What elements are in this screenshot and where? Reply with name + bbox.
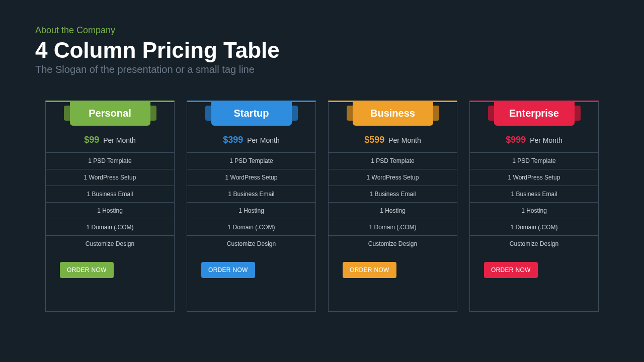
feature-item: 1 WordPress Setup — [46, 169, 174, 186]
plan-ribbon: Startup — [211, 101, 292, 126]
feature-item: 1 WordPress Setup — [329, 169, 457, 186]
feature-item: Customize Design — [329, 236, 457, 252]
price-row: $599 Per Month — [329, 126, 457, 153]
pricing-card-startup: Startup$399 Per Month1 PSD Template1 Wor… — [187, 101, 316, 312]
plan-ribbon: Personal — [70, 101, 150, 126]
feature-item: 1 Domain (.COM) — [46, 219, 174, 236]
page-title: 4 Column Pricing Table — [35, 38, 609, 63]
order-now-button[interactable]: ORDER NOW — [60, 262, 114, 278]
feature-item: 1 Hosting — [329, 203, 457, 219]
plan-price: $399 — [223, 135, 243, 145]
pricing-card-enterprise: Enterprise$999 Per Month1 PSD Template1 … — [469, 101, 599, 312]
price-period: Per Month — [101, 136, 135, 144]
feature-item: 1 Business Email — [470, 186, 598, 203]
feature-item: 1 PSD Template — [470, 153, 598, 169]
price-row: $399 Per Month — [187, 126, 315, 153]
order-now-button[interactable]: ORDER NOW — [484, 262, 538, 278]
order-now-button[interactable]: ORDER NOW — [201, 262, 255, 278]
feature-item: 1 Domain (.COM) — [470, 219, 598, 236]
plan-ribbon: Business — [353, 101, 433, 126]
price-period: Per Month — [386, 136, 421, 144]
price-period: Per Month — [245, 136, 279, 144]
plan-price: $99 — [84, 135, 99, 145]
pricing-card-personal: Personal$99 Per Month1 PSD Template1 Wor… — [45, 101, 175, 312]
feature-item: 1 Hosting — [46, 203, 174, 219]
pricing-card-business: Business$599 Per Month1 PSD Template1 Wo… — [328, 101, 457, 312]
feature-item: 1 WordPress Setup — [470, 169, 598, 186]
feature-item: 1 Domain (.COM) — [187, 219, 315, 236]
feature-item: Customize Design — [46, 236, 174, 252]
feature-item: 1 PSD Template — [46, 153, 174, 169]
feature-item: 1 WordPress Setup — [187, 169, 315, 186]
eyebrow-text: About the Company — [35, 25, 609, 36]
feature-item: Customize Design — [470, 236, 598, 252]
price-period: Per Month — [528, 136, 562, 144]
feature-item: 1 Business Email — [46, 186, 174, 203]
plan-ribbon: Enterprise — [494, 101, 575, 126]
feature-item: Customize Design — [187, 236, 315, 252]
price-row: $99 Per Month — [46, 126, 174, 153]
order-now-button[interactable]: ORDER NOW — [343, 262, 396, 278]
feature-item: 1 Business Email — [329, 186, 457, 203]
feature-item: 1 PSD Template — [329, 153, 457, 169]
price-row: $999 Per Month — [470, 126, 598, 153]
plan-price: $999 — [506, 135, 526, 145]
plan-price: $599 — [364, 135, 384, 145]
feature-item: 1 Hosting — [187, 203, 315, 219]
feature-item: 1 Domain (.COM) — [329, 219, 457, 236]
feature-item: 1 Hosting — [470, 203, 598, 219]
pricing-grid: Personal$99 Per Month1 PSD Template1 Wor… — [35, 101, 609, 312]
feature-item: 1 PSD Template — [187, 153, 315, 169]
page-subtitle: The Slogan of the presentation or a smal… — [35, 64, 609, 75]
feature-item: 1 Business Email — [187, 186, 315, 203]
